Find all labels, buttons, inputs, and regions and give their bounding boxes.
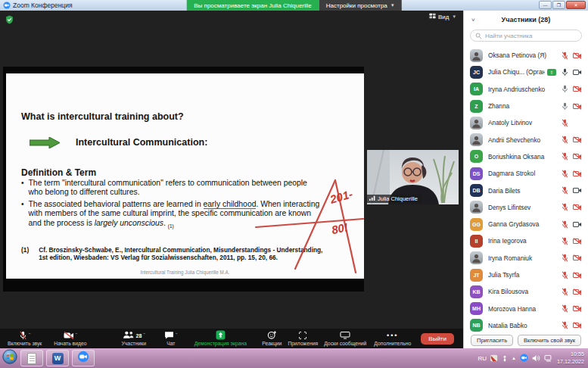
clock-date: 17.12.2022 <box>557 358 584 366</box>
participant-name: Dagmara Strokol <box>488 170 556 177</box>
whiteboards-button[interactable]: Доски сообщений <box>324 331 366 346</box>
participant-avatar <box>470 49 483 62</box>
arrow-right-icon <box>30 137 60 151</box>
network-tray-icon[interactable] <box>544 351 553 365</box>
chevron-up-icon[interactable]: ˆ <box>76 333 78 338</box>
panel-collapse-chevron[interactable]: ˅ <box>471 17 475 23</box>
taskbar-app-zoom[interactable] <box>72 350 95 366</box>
leave-button[interactable]: Выйти <box>421 333 454 345</box>
participant-avatar: JT <box>470 269 483 282</box>
participant-row[interactable]: GG Ganna Grydasova ⇧ <box>464 216 588 232</box>
participant-avatar <box>470 201 483 214</box>
mic-status-icon <box>562 51 568 60</box>
participant-row[interactable]: II Irina Iegorova ⇧ <box>464 232 588 249</box>
mic-status-icon <box>562 304 568 313</box>
participant-row[interactable]: Iryna Romaniuk ⇧ <box>464 250 588 267</box>
camera-status-icon <box>573 187 582 194</box>
unmute-self-button[interactable]: Включить свой звук <box>518 335 581 346</box>
chevron-down-icon: ▼ <box>390 3 395 8</box>
participants-list: Oksana Petinova (Я) ⇧ JC Julia Chiqu... … <box>464 47 588 333</box>
system-tray: RU ▲ 10:55 17.12.2022 <box>478 351 588 365</box>
participant-row[interactable]: Anatoly Litvinov ⇧ <box>464 114 588 131</box>
window-title: Zoom Конференция <box>13 2 73 9</box>
chat-button[interactable]: ˆ Чат <box>164 331 178 346</box>
participant-name: Irina Iegorova <box>488 237 556 245</box>
mic-status-icon <box>562 271 568 279</box>
search-input[interactable] <box>485 33 572 39</box>
participant-row[interactable]: O Boriushkina Oksana ⇧ <box>464 148 588 165</box>
start-video-button[interactable]: ˆ Начать видео <box>54 331 86 346</box>
zoom-tray-icon[interactable] <box>520 351 528 365</box>
participant-avatar: JC <box>470 66 483 79</box>
person-photo-silhouette <box>471 118 481 128</box>
meeting-area: Вид ▾ What is intercultural training abo… <box>0 11 463 348</box>
camera-status-icon <box>573 238 582 245</box>
participant-avatar: Z <box>470 100 483 113</box>
mic-status-icon <box>562 119 568 127</box>
language-indicator[interactable]: RU <box>478 355 487 362</box>
speaker-video-overlay[interactable]: Julia Chiquerille <box>367 150 459 204</box>
participant-row[interactable]: NB Natalia Babko ⇧ <box>464 317 588 333</box>
screen-share-icon <box>216 330 226 341</box>
reactions-smiley-icon <box>267 330 277 341</box>
zoom-icon <box>77 351 89 366</box>
mic-status-icon <box>562 203 568 211</box>
unmute-button[interactable]: ˆ Включить звук <box>8 331 42 346</box>
more-button[interactable]: ••• Дополнительно <box>374 331 411 346</box>
participant-avatar: DB <box>470 184 483 197</box>
chevron-up-icon[interactable]: ˆ <box>143 333 145 338</box>
apps-button[interactable]: Приложения <box>288 331 318 346</box>
mic-status-icon <box>562 220 568 229</box>
security-shield-icon[interactable] <box>5 14 14 27</box>
participant-row[interactable]: KB Kira Bilousova ⇧ <box>464 283 588 300</box>
participant-avatar: IA <box>470 83 483 95</box>
camera-status-icon <box>573 305 582 312</box>
participant-row[interactable]: IA Iryna Andriuschenko ⇧ <box>464 81 588 98</box>
participant-row[interactable]: Oksana Petinova (Я) ⇧ <box>464 47 588 64</box>
participant-row[interactable]: JC Julia Chiqu... (Организатор) ⇧ <box>464 64 588 80</box>
participant-name: Andrii Shevchenko <box>488 136 556 144</box>
participant-row[interactable]: DS Dagmara Strokol ⇧ <box>464 165 588 182</box>
show-hidden-icons-arrow[interactable]: ▲ <box>512 356 516 360</box>
person-photo-silhouette <box>471 135 481 145</box>
mic-status-icon <box>562 237 568 245</box>
invite-button[interactable]: Пригласить <box>471 335 513 346</box>
participant-row[interactable]: DB Daria Bilets ⇧ <box>464 182 588 198</box>
window-titlebar: Zoom Конференция Вы просматриваете экран… <box>0 0 588 11</box>
camera-status-icon <box>573 204 582 211</box>
maximize-button[interactable]: ❐ <box>552 1 565 9</box>
mic-status-icon <box>562 170 568 178</box>
participant-name: Iryna Andriuschenko <box>488 86 556 93</box>
participant-row[interactable]: Andrii Shevchenko ⇧ <box>464 131 588 148</box>
minimize-button[interactable]: — <box>539 1 552 9</box>
mic-status-icon <box>562 321 568 329</box>
participant-row[interactable]: Denys Lifintsev ⇧ <box>464 199 588 216</box>
taskbar-app-document[interactable] <box>20 350 43 366</box>
view-mode-button[interactable]: Вид ▾ <box>429 13 456 20</box>
reactions-button[interactable]: Реакции <box>262 331 282 346</box>
camera-status-icon <box>573 153 582 160</box>
speaker-icon[interactable] <box>532 351 540 365</box>
camera-status-icon <box>573 52 582 59</box>
participant-name: Zhanna <box>488 102 556 110</box>
tray-status-icon[interactable] <box>502 351 508 365</box>
taskbar-app-word[interactable]: W <box>46 350 69 366</box>
view-settings-dropdown[interactable]: Настройки просмотра ▼ <box>319 0 402 11</box>
taskbar-clock[interactable]: 10:55 17.12.2022 <box>557 351 584 365</box>
chevron-up-icon[interactable]: ˆ <box>29 333 31 338</box>
share-screen-button[interactable]: Демонстрация экрана <box>194 331 247 346</box>
start-button[interactable] <box>2 349 17 367</box>
participant-avatar <box>470 117 483 129</box>
participant-avatar <box>470 251 483 264</box>
participant-name: Morozova Hanna <box>488 305 556 313</box>
whiteboard-icon <box>340 331 350 340</box>
participants-button[interactable]: 28 ˆ Участники <box>122 331 146 346</box>
participant-row[interactable]: JT Julia Tsyrfa ⇧ <box>464 267 588 283</box>
chevron-up-icon[interactable]: ˆ <box>176 333 178 338</box>
participant-row[interactable]: MH Morozova Hanna ⇧ <box>464 300 588 317</box>
close-button[interactable]: ✕ <box>566 1 586 9</box>
participant-search[interactable] <box>470 30 582 42</box>
keyboard-layout-icon[interactable] <box>490 351 498 365</box>
participant-row[interactable]: Z Zhanna ⇧ <box>464 98 588 114</box>
mic-status-icon <box>562 288 568 296</box>
